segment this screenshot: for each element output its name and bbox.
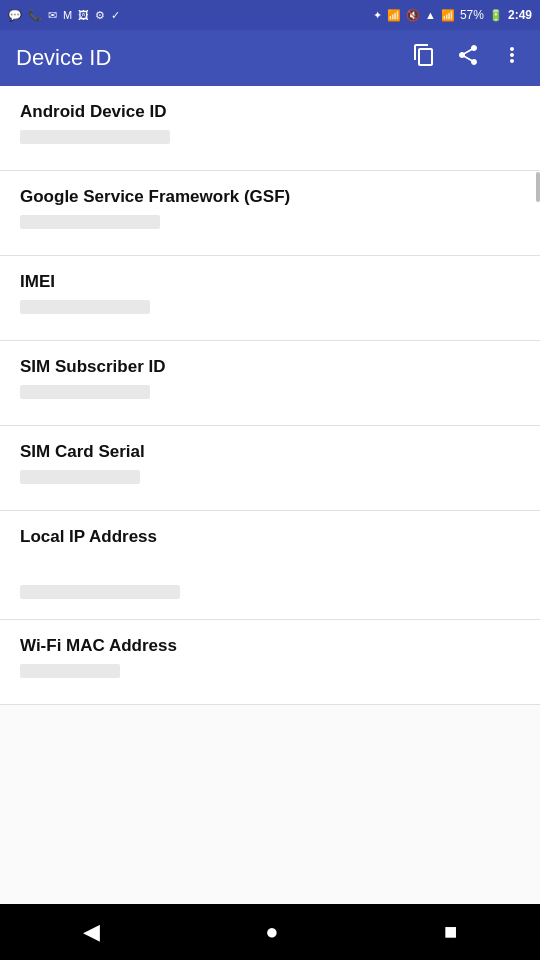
- messenger-icon: 💬: [8, 9, 22, 22]
- bluetooth-icon: ✦: [373, 9, 382, 22]
- home-button[interactable]: ●: [265, 919, 278, 945]
- list-item[interactable]: SIM Subscriber ID: [0, 341, 540, 426]
- nav-bar: ◀ ● ■: [0, 904, 540, 960]
- sim-card-serial-label: SIM Card Serial: [20, 442, 520, 462]
- list-item[interactable]: Wi-Fi MAC Address: [0, 620, 540, 705]
- status-bar-left: 💬 📞 ✉ M 🖼 ⚙ ✓: [8, 9, 120, 22]
- list-item[interactable]: SIM Card Serial: [0, 426, 540, 511]
- status-bar: 💬 📞 ✉ M 🖼 ⚙ ✓ ✦ 📶 🔇 ▲ 📶 57% 🔋 2:49: [0, 0, 540, 30]
- gmail-icon: M: [63, 9, 72, 21]
- settings-icon: ⚙: [95, 9, 105, 22]
- mute-icon: 🔇: [406, 9, 420, 22]
- app-bar-actions: [412, 43, 524, 73]
- clock: 2:49: [508, 8, 532, 22]
- battery-icon: 🔋: [489, 9, 503, 22]
- recents-button[interactable]: ■: [444, 919, 457, 945]
- list-item[interactable]: Google Service Framework (GSF): [0, 171, 540, 256]
- wifi-mac-label: Wi-Fi MAC Address: [20, 636, 520, 656]
- sms-icon: ✉: [48, 9, 57, 22]
- list-item[interactable]: IMEI: [0, 256, 540, 341]
- android-device-id-label: Android Device ID: [20, 102, 520, 122]
- back-button[interactable]: ◀: [83, 919, 100, 945]
- copy-button[interactable]: [412, 43, 436, 73]
- scroll-indicator: [536, 172, 540, 202]
- sim-subscriber-id-label: SIM Subscriber ID: [20, 357, 520, 377]
- content-list: Android Device ID Google Service Framewo…: [0, 86, 540, 904]
- imei-value: [20, 300, 150, 314]
- local-ip-label: Local IP Address: [20, 527, 520, 547]
- share-button[interactable]: [456, 43, 480, 73]
- android-device-id-value: [20, 130, 170, 144]
- list-item[interactable]: Local IP Address: [0, 511, 540, 620]
- sim-card-serial-value: [20, 470, 140, 484]
- sim-subscriber-id-value: [20, 385, 150, 399]
- app-bar: Device ID: [0, 30, 540, 86]
- phone-icon: 📞: [28, 9, 42, 22]
- imei-label: IMEI: [20, 272, 520, 292]
- app-bar-title: Device ID: [16, 45, 412, 71]
- check-icon: ✓: [111, 9, 120, 22]
- gsf-label: Google Service Framework (GSF): [20, 187, 520, 207]
- signal-icon: 📶: [441, 9, 455, 22]
- gsf-value: [20, 215, 160, 229]
- wifi-icon: ▲: [425, 9, 436, 21]
- status-bar-right: ✦ 📶 🔇 ▲ 📶 57% 🔋 2:49: [373, 8, 532, 22]
- photos-icon: 🖼: [78, 9, 89, 21]
- wifi-mac-value: [20, 664, 120, 678]
- call-icon: 📶: [387, 9, 401, 22]
- list-item[interactable]: Android Device ID: [0, 86, 540, 171]
- more-options-button[interactable]: [500, 43, 524, 73]
- local-ip-value: [20, 585, 180, 599]
- battery-percentage: 57%: [460, 8, 484, 22]
